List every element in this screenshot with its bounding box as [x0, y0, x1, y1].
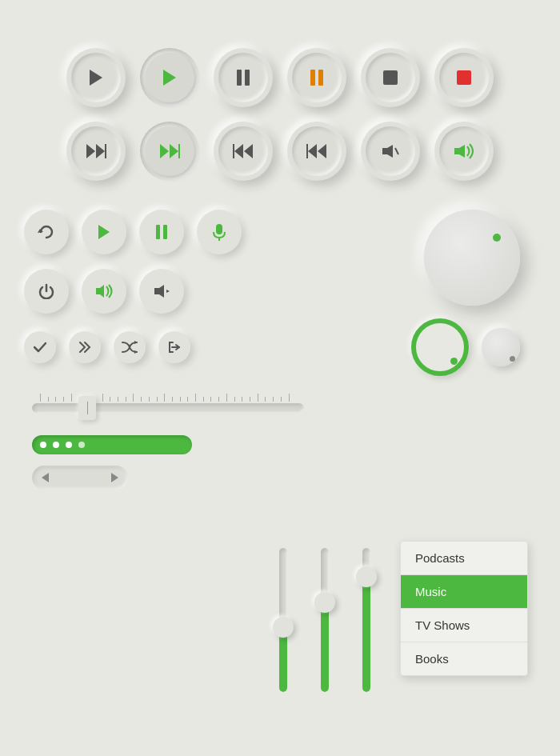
svg-rect-6	[383, 70, 398, 85]
button-row-2	[66, 122, 494, 181]
svg-marker-33	[134, 350, 138, 354]
dropdown-menu: Podcasts Music TV Shows Books	[400, 541, 528, 676]
svg-rect-2	[237, 70, 242, 86]
svg-line-21	[395, 148, 398, 154]
dot-slider-row	[32, 435, 528, 454]
dot-3	[66, 442, 72, 448]
power-icon	[38, 283, 54, 299]
fastforward-active-button[interactable]	[140, 122, 199, 181]
dot-slider[interactable]	[32, 435, 192, 454]
v-slider-2-thumb[interactable]	[314, 592, 335, 613]
pause-button[interactable]	[214, 48, 273, 107]
check-icon	[34, 342, 46, 353]
fastforward-icon	[86, 143, 106, 159]
rewind-button[interactable]	[214, 122, 273, 181]
small-volume-low-button[interactable]	[139, 269, 184, 314]
v-slider-3-thumb[interactable]	[356, 566, 377, 587]
svg-marker-14	[244, 144, 253, 158]
pause-orange-icon	[309, 69, 325, 86]
small-pause-icon	[154, 224, 169, 240]
small-volume-icon	[95, 284, 113, 298]
play-active-button[interactable]	[140, 48, 199, 107]
svg-marker-17	[318, 144, 326, 158]
dropdown-item-music[interactable]: Music	[401, 575, 527, 609]
play-green-icon	[162, 69, 178, 86]
dropdown-item-books[interactable]: Books	[401, 642, 527, 675]
shuffle-button[interactable]	[114, 331, 146, 363]
svg-rect-16	[233, 144, 234, 158]
power-button[interactable]	[24, 269, 69, 314]
ruler-slider[interactable]	[32, 392, 304, 424]
stop-red-button[interactable]	[434, 48, 494, 107]
small-row-2	[24, 269, 403, 314]
play-button[interactable]	[66, 48, 126, 107]
v-slider-2[interactable]	[314, 548, 336, 692]
large-buttons-section	[0, 0, 560, 181]
shuffle-icon	[122, 341, 138, 354]
volume-mute-button[interactable]	[361, 122, 420, 181]
v-slider-3[interactable]	[355, 548, 378, 692]
refresh-icon	[38, 223, 55, 241]
small-play-button[interactable]	[82, 210, 126, 254]
small-play-icon	[97, 224, 111, 240]
svg-marker-18	[308, 144, 317, 158]
stop-icon	[382, 70, 398, 86]
svg-marker-0	[90, 70, 102, 86]
dropdown-item-tvshows[interactable]: TV Shows	[401, 609, 527, 642]
fastforward-button[interactable]	[66, 122, 126, 181]
fastforward-green-icon	[159, 143, 180, 159]
svg-rect-3	[245, 70, 250, 86]
small-volume-low-icon	[154, 284, 170, 298]
dot-1	[40, 442, 46, 448]
pause-icon	[235, 69, 251, 86]
pause-orange-button[interactable]	[287, 48, 346, 107]
svg-rect-19	[306, 144, 308, 158]
mic-button[interactable]	[197, 210, 242, 254]
volume-mute-icon	[382, 144, 399, 158]
small-pause-button[interactable]	[139, 210, 184, 254]
play-icon	[88, 69, 104, 86]
svg-rect-5	[318, 70, 323, 86]
rewind2-icon	[306, 143, 327, 159]
v-slider-1-thumb[interactable]	[273, 617, 294, 638]
volume-button[interactable]	[434, 122, 494, 181]
vertical-sliders-section	[272, 548, 378, 692]
knob-row-2	[411, 318, 520, 376]
mic-icon	[212, 223, 226, 241]
ring-knob[interactable]	[411, 318, 469, 376]
svg-marker-22	[454, 145, 465, 158]
small-knob[interactable]	[482, 328, 520, 366]
small-volume-button[interactable]	[82, 269, 126, 314]
button-row-1	[66, 48, 494, 107]
ruler-thumb[interactable]	[78, 396, 96, 420]
v-slider-1[interactable]	[272, 548, 294, 692]
svg-marker-24	[98, 225, 110, 239]
refresh-button[interactable]	[24, 210, 69, 254]
arrow-slider[interactable]	[32, 466, 128, 490]
dropdown-item-podcasts[interactable]: Podcasts	[401, 542, 527, 575]
svg-marker-8	[86, 144, 95, 158]
small-buttons-col	[24, 210, 403, 363]
svg-marker-9	[96, 144, 105, 158]
svg-marker-1	[163, 70, 176, 86]
volume-icon	[454, 143, 474, 159]
small-row-1	[24, 210, 403, 254]
login-button[interactable]	[158, 331, 190, 363]
rewind-icon	[233, 143, 254, 159]
dot-4	[78, 442, 85, 448]
svg-rect-10	[105, 144, 106, 158]
dot-2	[53, 442, 59, 448]
svg-rect-4	[310, 70, 315, 86]
svg-marker-12	[170, 144, 178, 158]
large-knob[interactable]	[424, 210, 520, 306]
stop-red-icon	[456, 70, 472, 86]
small-row-3	[24, 331, 403, 363]
rewind2-button[interactable]	[287, 122, 346, 181]
svg-rect-7	[457, 70, 471, 85]
svg-rect-13	[178, 144, 180, 158]
check-button[interactable]	[24, 331, 56, 363]
knobs-col	[411, 210, 536, 376]
stop-button[interactable]	[361, 48, 420, 107]
forward-button[interactable]	[69, 331, 101, 363]
login-icon	[168, 341, 181, 354]
